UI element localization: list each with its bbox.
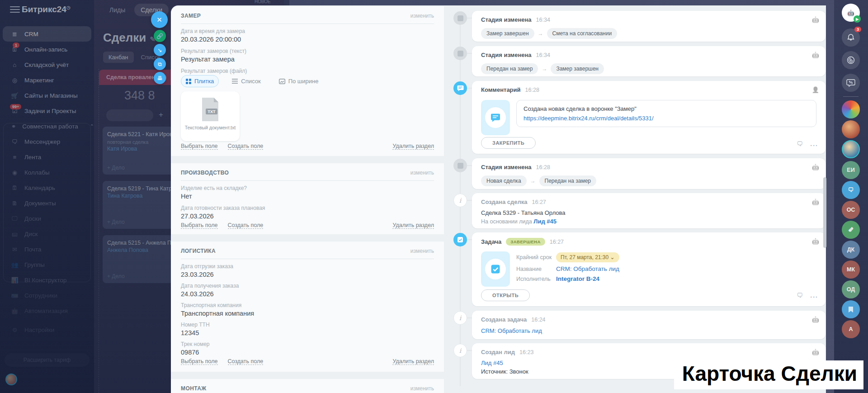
avatar[interactable] — [842, 120, 860, 138]
more-menu-icon[interactable]: ... — [810, 292, 818, 299]
edit-section-link[interactable]: изменить — [410, 170, 434, 176]
sidebar-item-boards[interactable]: 🖵Доски — [0, 211, 94, 226]
edit-section-link[interactable]: изменить — [410, 248, 434, 254]
sidebar-item-feed[interactable]: ≡Лента — [0, 149, 94, 165]
task-link[interactable]: CRM: Обработать лид — [481, 327, 542, 334]
view-mode-tile[interactable]: Плитка — [181, 75, 219, 87]
deal-card-contact[interactable]: Катя Ирова — [107, 146, 169, 152]
copilot-spiral-icon[interactable] — [842, 51, 860, 69]
tab-leads[interactable]: Лиды — [103, 4, 132, 16]
pick-field-link[interactable]: Выбрать поле — [181, 358, 218, 365]
sidebar-item-sites[interactable]: 🛒Сайты и Магазины — [0, 88, 94, 103]
copilot-robot-avatar[interactable]: 🤖▶ — [842, 4, 860, 22]
file-tile[interactable]: TXT Текстовый документ.txt — [181, 91, 240, 141]
lead-link[interactable]: Лид #45 — [481, 360, 503, 366]
delete-section-link[interactable]: Удалить раздел — [392, 358, 434, 365]
deal-card-contact[interactable]: Анжела Попова — [107, 247, 169, 253]
sidebar-item-collabs[interactable]: ◉Коллабы — [0, 165, 94, 180]
add-activity-link[interactable]: + Дело — [107, 219, 125, 225]
edit-section-link[interactable]: изменить — [410, 13, 434, 19]
create-field-link[interactable]: Создать поле — [228, 222, 264, 229]
avatar-initials[interactable]: ЕИ — [842, 161, 860, 179]
avatar-initials[interactable]: ОД — [842, 280, 860, 298]
menu-burger-icon[interactable] — [10, 6, 20, 13]
sidebar-item-collaboration[interactable]: ⚭Совместная работа⌃ — [0, 118, 94, 134]
sidebar-item-groups[interactable]: 👥Группы — [0, 257, 94, 272]
notifications-bell-icon[interactable]: 3 — [842, 28, 860, 47]
sidebar-item-crm[interactable]: ≣CRM — [3, 26, 91, 42]
logo[interactable]: Битрикс24◷ — [22, 5, 71, 14]
deal-card-contact[interactable]: Тина Катрова — [107, 193, 169, 199]
view-tab-kanban[interactable]: Канбан — [103, 52, 134, 63]
add-activity-link[interactable]: + Дело — [107, 273, 125, 279]
sidebar-item-staff[interactable]: 🪪Сотрудники — [0, 288, 94, 303]
sidebar-item-bi[interactable]: 📊BI Конструктор — [0, 272, 94, 288]
create-field-link[interactable]: Создать поле — [228, 358, 264, 365]
deal-card[interactable]: Сделка 5219 - Тина Катрова Тина Катрова … — [103, 181, 173, 229]
reply-bubble-icon[interactable]: 🗨 — [797, 140, 803, 147]
bookmark-avatar-icon[interactable] — [842, 300, 860, 318]
calendar-icon: 🗓 — [11, 185, 19, 191]
sidebar-item-calendar[interactable]: 🗓Календарь — [0, 180, 94, 195]
sidebar-item-documents[interactable]: 🗎Документы — [0, 195, 94, 211]
deal-card[interactable]: Сделка 5221 - Катя Ирова повторная сделк… — [103, 127, 173, 175]
sidebar-item-online-booking[interactable]: 🗓Онлайн-запись1 — [0, 42, 94, 57]
timeline-card-comment[interactable]: Комментарий16:28 Создана новая сделка в … — [472, 81, 826, 154]
edit-section-link[interactable]: изменить — [410, 385, 434, 392]
chat-sync-icon[interactable] — [842, 74, 860, 92]
quick-filter-field[interactable] — [106, 109, 153, 121]
avatar-initials[interactable]: ДК — [842, 241, 860, 259]
sidebar-item-tasks[interactable]: ☑Задачи и Проекты99+ — [0, 103, 94, 118]
timeline-card-stage[interactable]: Стадия изменена16:34 Замер завершен → См… — [472, 11, 826, 42]
add-deal-button[interactable]: + — [159, 110, 163, 119]
avatar[interactable] — [842, 100, 860, 118]
pin-comment-button[interactable]: ЗАКРЕПИТЬ — [481, 137, 536, 149]
deal-url-link[interactable]: https://deepmine.bitrix24.ru/crm/deal/de… — [524, 115, 809, 122]
sidebar-item-settings[interactable]: ⚙Настройки — [0, 322, 94, 337]
sidebar-item-mail[interactable]: ✉Почта — [0, 241, 94, 257]
sidebar-item-disk[interactable]: 🖴Диск — [0, 226, 94, 241]
delete-section-link[interactable]: Удалить раздел — [392, 222, 434, 229]
upgrade-plan-button[interactable]: Расширить тариф — [5, 353, 90, 367]
deal-card[interactable]: Сделка 5215 - Анжела Попова Анжела Попов… — [103, 235, 173, 283]
lead-link[interactable]: Лид #45 — [533, 218, 557, 225]
sidebar-item-messenger[interactable]: 🗨Мессенджер — [0, 134, 94, 149]
avatar-initials[interactable]: А — [842, 320, 860, 338]
chat-avatar-icon[interactable]: 🗨 — [842, 181, 860, 199]
timeline-card-task-created[interactable]: Создана задача16:24 CRM: Обработать лид … — [472, 311, 826, 339]
close-icon[interactable]: ✕ — [151, 11, 168, 28]
timeline-card-stage[interactable]: Стадия изменена16:34 Передан на замер → … — [472, 46, 826, 76]
timeline-card-task[interactable]: Задача ЗАВЕРШЕНА 16:27 Крайний срок Пт, … — [472, 232, 826, 306]
open-new-window-icon[interactable]: ⧉ — [154, 58, 166, 70]
avatar-initials[interactable]: МК — [842, 260, 860, 279]
assignee-link[interactable]: Integrator B-24 — [556, 275, 599, 282]
comment-tile — [481, 100, 510, 135]
sidebar-item-warehouse[interactable]: ⌂Складской учёт — [0, 57, 94, 72]
create-field-link[interactable]: Создать поле — [228, 143, 264, 150]
timeline-card-stage[interactable]: Стадия изменена16:28 Новая сделка → Пере… — [472, 158, 826, 189]
news-avatar-icon[interactable]: 🗞 — [842, 221, 860, 239]
reply-bubble-icon[interactable]: 🗨 — [797, 292, 803, 299]
copy-link-icon[interactable]: 🔗 — [154, 30, 166, 42]
delete-section-link[interactable]: Удалить раздел — [392, 143, 434, 150]
user-avatar[interactable] — [5, 374, 17, 385]
deadline-chip[interactable]: Пт, 27 марта, 21:30 ⌄ — [556, 252, 619, 262]
timeline-scrollbar[interactable] — [823, 177, 826, 248]
view-mode-list[interactable]: Список — [227, 75, 265, 87]
timeline-card-deal-created[interactable]: Создана сделка16:27 Сделка 5329 - Татьян… — [472, 193, 826, 228]
pick-field-link[interactable]: Выбрать поле — [181, 222, 218, 229]
avatar-initials[interactable]: ОС — [842, 201, 860, 219]
more-menu-icon[interactable]: ... — [810, 140, 818, 147]
pick-field-link[interactable]: Выбрать поле — [181, 143, 218, 150]
open-task-button[interactable]: ОТКРЫТЬ — [481, 289, 530, 301]
chevron-up-icon: ⌃ — [90, 123, 94, 129]
print-icon[interactable]: 🖶 — [154, 72, 166, 84]
task-name-link[interactable]: CRM: Обработать лид — [556, 265, 619, 272]
stage-change-icon — [453, 11, 467, 25]
collapse-arrow-icon[interactable]: ↘ — [154, 44, 166, 56]
add-activity-link[interactable]: + Дело — [107, 165, 125, 171]
sidebar-item-automation[interactable]: 🤖Автоматизация — [0, 303, 94, 318]
view-mode-width[interactable]: По ширине — [274, 75, 324, 87]
avatar[interactable] — [842, 140, 860, 158]
sidebar-item-marketing[interactable]: ◎Маркетинг — [0, 72, 94, 88]
